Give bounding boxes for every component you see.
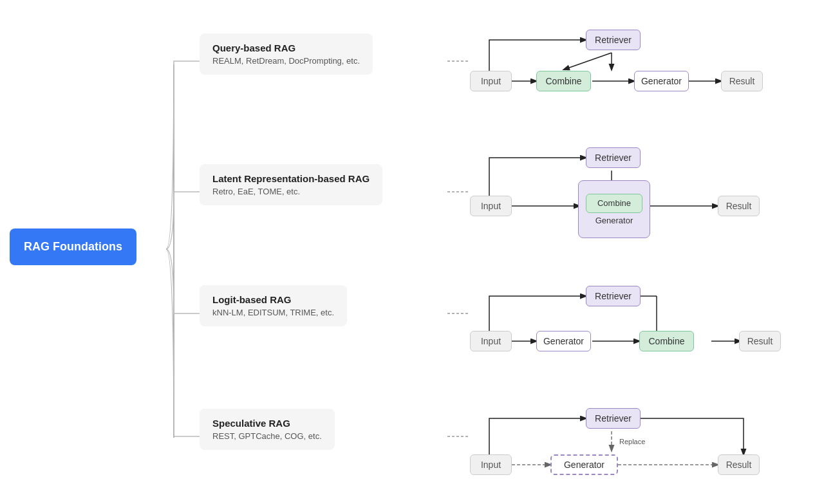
branch-speculative: Speculative RAG REST, GPTCache, COG, etc… <box>200 409 335 450</box>
d4-generator: Generator <box>550 454 618 475</box>
d2-generator-label: Generator <box>595 216 633 225</box>
d3-input: Input <box>470 331 512 351</box>
d4-retriever: Retriever <box>586 408 641 429</box>
branch-2-title: Latent Representation-based RAG <box>212 173 370 184</box>
d1-combine: Combine <box>536 71 591 91</box>
d2-combine: Combine <box>586 194 642 213</box>
branch-4-subtitle: REST, GPTCache, COG, etc. <box>212 431 322 441</box>
d2-result: Result <box>718 196 760 216</box>
branch-4-title: Speculative RAG <box>212 418 322 429</box>
d3-combine: Combine <box>639 331 694 351</box>
d3-generator: Generator <box>536 331 591 351</box>
d1-result: Result <box>721 71 763 91</box>
branch-3-title: Logit-based RAG <box>212 294 334 305</box>
d4-result: Result <box>718 454 760 475</box>
rag-foundations-label: RAG Foundations <box>10 229 136 265</box>
d3-result: Result <box>739 331 781 351</box>
d3-retriever: Retriever <box>586 286 641 306</box>
d1-retriever: Retriever <box>586 30 641 50</box>
d2-retriever: Retriever <box>586 147 641 168</box>
d2-combined-box: Combine Generator <box>578 180 650 238</box>
d4-input: Input <box>470 454 512 475</box>
branch-latent: Latent Representation-based RAG Retro, E… <box>200 164 382 205</box>
branch-query-based: Query-based RAG REALM, RetDream, DocProm… <box>200 33 373 75</box>
d2-input: Input <box>470 196 512 216</box>
branch-1-title: Query-based RAG <box>212 42 360 53</box>
branch-1-subtitle: REALM, RetDream, DocPrompting, etc. <box>212 56 360 66</box>
branch-logit: Logit-based RAG kNN-LM, EDITSUM, TRIME, … <box>200 285 347 326</box>
canvas: RAG Foundations Query-based RAG REALM, R… <box>0 0 824 504</box>
d1-generator: Generator <box>634 71 689 91</box>
svg-line-7 <box>564 53 612 70</box>
branch-2-subtitle: Retro, EaE, TOME, etc. <box>212 187 370 196</box>
d4-replace-label: Replace <box>619 438 645 445</box>
branch-3-subtitle: kNN-LM, EDITSUM, TRIME, etc. <box>212 308 334 317</box>
d1-input: Input <box>470 71 512 91</box>
